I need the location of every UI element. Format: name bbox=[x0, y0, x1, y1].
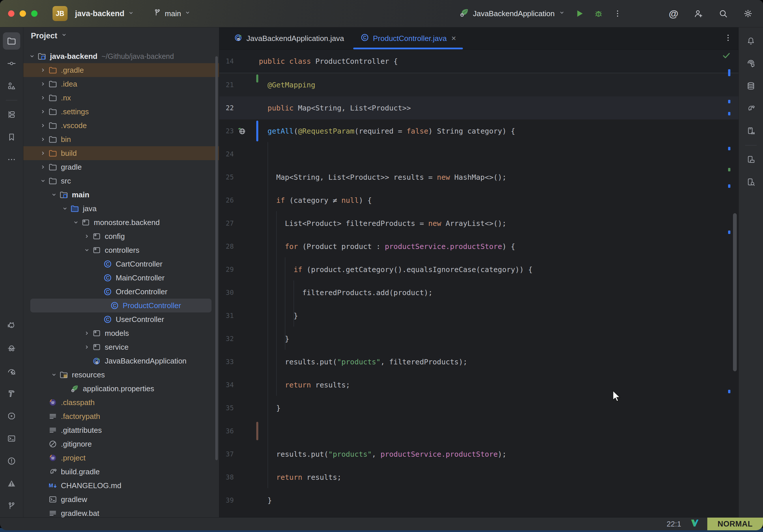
code-line-30[interactable]: 30 filteredProducts.add(product); bbox=[219, 281, 738, 304]
minimize-window-icon[interactable] bbox=[20, 10, 26, 17]
chevron-right-icon[interactable] bbox=[82, 330, 91, 337]
tree-item-config[interactable]: config bbox=[23, 229, 219, 243]
code-line-35[interactable]: 35 } bbox=[219, 396, 738, 419]
code-line-22[interactable]: 22 public Map<String, List<Product>> bbox=[219, 96, 738, 119]
tree-item-OrderController[interactable]: COrderController bbox=[23, 285, 219, 299]
tree-item-CHANGELOG.md[interactable]: MCHANGELOG.md bbox=[23, 479, 219, 492]
code-line-38[interactable]: 38 return results; bbox=[219, 466, 738, 489]
tree-item-.classpath[interactable]: .classpath bbox=[23, 395, 219, 409]
caret-position[interactable]: 22:1 bbox=[667, 520, 681, 529]
terminal-icon[interactable] bbox=[3, 430, 20, 447]
tree-item-UserController[interactable]: CUserController bbox=[23, 312, 219, 326]
vim-mode-badge[interactable]: NORMAL bbox=[707, 518, 763, 530]
incognito-icon[interactable] bbox=[3, 340, 20, 357]
code-line-32[interactable]: 32 } bbox=[219, 327, 738, 350]
tree-item-resources[interactable]: resources bbox=[23, 368, 219, 382]
search-icon[interactable] bbox=[717, 7, 729, 20]
more-dots-icon[interactable] bbox=[3, 151, 20, 168]
hierarchy-icon[interactable] bbox=[3, 106, 20, 123]
chevron-down-icon[interactable] bbox=[38, 177, 48, 185]
chevron-right-icon[interactable] bbox=[38, 80, 48, 88]
chevron-right-icon[interactable] bbox=[82, 233, 91, 240]
chevron-down-icon[interactable] bbox=[49, 191, 58, 198]
tree-item-.gitignore[interactable]: .gitignore bbox=[23, 437, 219, 451]
maximize-window-icon[interactable] bbox=[31, 10, 38, 17]
code-line-36[interactable]: 36 bbox=[219, 419, 738, 443]
error-stripe-mark[interactable] bbox=[728, 390, 730, 393]
debug-button[interactable] bbox=[592, 7, 605, 20]
error-stripe-mark[interactable] bbox=[728, 184, 730, 188]
rest-endpoint-globe-icon[interactable] bbox=[234, 126, 250, 136]
device-manager-android-icon[interactable] bbox=[742, 122, 760, 140]
tree-item-ProductController[interactable]: CProductController bbox=[30, 299, 212, 312]
chevron-right-icon[interactable] bbox=[38, 150, 48, 157]
tree-item-src[interactable]: src bbox=[23, 174, 219, 188]
chevron-down-icon[interactable] bbox=[60, 205, 69, 212]
code-editor[interactable]: 14public class ProductController {21 @Ge… bbox=[219, 50, 738, 517]
chevron-right-icon[interactable] bbox=[38, 66, 48, 74]
tree-item-gradle[interactable]: gradle bbox=[23, 160, 219, 174]
ai-assistant-at-icon[interactable]: @ bbox=[667, 7, 680, 20]
error-stripe-mark[interactable] bbox=[728, 168, 730, 171]
tree-item-MainController[interactable]: CMainController bbox=[23, 271, 219, 285]
tree-item-JavaBackendApplication[interactable]: JavaBackendApplication bbox=[23, 354, 219, 368]
tree-item-.idea[interactable]: .idea bbox=[23, 77, 219, 91]
code-line-14[interactable]: 14public class ProductController { bbox=[219, 50, 738, 73]
tab-JavaBackendApplication.java[interactable]: JavaBackendApplication.java bbox=[226, 27, 352, 49]
gradle-elephant-icon[interactable] bbox=[742, 100, 760, 117]
commit-icon[interactable] bbox=[3, 55, 20, 72]
git-branch-icon[interactable] bbox=[3, 497, 20, 515]
problems-icon[interactable] bbox=[3, 452, 20, 470]
chevron-right-icon[interactable] bbox=[38, 108, 48, 115]
tree-item-gradlew[interactable]: gradlew bbox=[23, 492, 219, 506]
ai-chat-icon[interactable] bbox=[742, 55, 760, 72]
tree-item-.vscode[interactable]: .vscode bbox=[23, 119, 219, 133]
error-stripe-mark[interactable] bbox=[728, 69, 730, 76]
profiler-icon[interactable] bbox=[3, 362, 20, 380]
tree-item-.factorypath[interactable]: .factorypath bbox=[23, 409, 219, 423]
tab-options-kebab-icon[interactable] bbox=[723, 33, 733, 44]
tree-item-gradlew.bat[interactable]: gradlew.bat bbox=[23, 506, 219, 517]
tree-item-models[interactable]: models bbox=[23, 326, 219, 340]
tree-item-controllers[interactable]: controllers bbox=[23, 243, 219, 257]
ideavim-icon[interactable] bbox=[690, 518, 699, 530]
error-stripe-mark[interactable] bbox=[728, 100, 730, 103]
chevron-right-icon[interactable] bbox=[38, 163, 48, 171]
project-folder-icon[interactable] bbox=[3, 32, 20, 50]
tree-item-.gitattributes[interactable]: .gitattributes bbox=[23, 423, 219, 437]
chevron-down-icon[interactable] bbox=[71, 219, 80, 226]
tree-item-build[interactable]: build bbox=[23, 146, 219, 160]
tree-item-java-backend[interactable]: java-backend~/Github/java-backend bbox=[23, 49, 219, 63]
tree-item-.nx[interactable]: .nx bbox=[23, 91, 219, 105]
project-widget[interactable]: JB java-backend bbox=[53, 6, 135, 21]
code-line-29[interactable]: 29 if (product.getCategory().equalsIgnor… bbox=[219, 258, 738, 281]
code-line-21[interactable]: 21 @GetMapping bbox=[219, 73, 738, 96]
tree-item-java[interactable]: java bbox=[23, 202, 219, 216]
chevron-right-icon[interactable] bbox=[38, 136, 48, 143]
bookmarks-icon[interactable] bbox=[3, 128, 20, 146]
settings-gear-icon[interactable] bbox=[742, 7, 754, 20]
close-window-icon[interactable] bbox=[8, 10, 14, 17]
change-marker-brown[interactable] bbox=[256, 422, 258, 440]
chevron-right-icon[interactable] bbox=[38, 122, 48, 129]
build-hammer-icon[interactable] bbox=[3, 385, 20, 402]
vcs-branch-widget[interactable]: main bbox=[153, 8, 191, 19]
code-line-37[interactable]: 37 results.put("products", productServic… bbox=[219, 443, 738, 466]
change-marker-green[interactable] bbox=[256, 74, 258, 82]
add-user-icon[interactable] bbox=[692, 7, 705, 20]
editor-scrollbar[interactable] bbox=[733, 213, 737, 371]
structure-icon[interactable] bbox=[3, 77, 20, 95]
notifications-bell-icon[interactable] bbox=[742, 32, 760, 50]
chevron-down-icon[interactable] bbox=[27, 53, 37, 60]
tree-item-CartController[interactable]: CCartController bbox=[23, 257, 219, 271]
code-line-33[interactable]: 33 results.put("products", filteredProdu… bbox=[219, 350, 738, 373]
tree-item-.project[interactable]: .project bbox=[23, 451, 219, 465]
code-line-25[interactable]: 25 Map<String, List<Product>> results = … bbox=[219, 165, 738, 189]
device-explorer-icon[interactable] bbox=[742, 173, 760, 191]
error-stripe-mark[interactable] bbox=[728, 231, 730, 234]
run-config-widget[interactable]: JavaBackendApplication bbox=[459, 8, 566, 20]
copilot-cat-icon[interactable] bbox=[3, 317, 20, 335]
run-button[interactable] bbox=[573, 7, 586, 20]
running-devices-icon[interactable] bbox=[742, 151, 760, 168]
project-panel-header[interactable]: Project bbox=[23, 27, 219, 44]
